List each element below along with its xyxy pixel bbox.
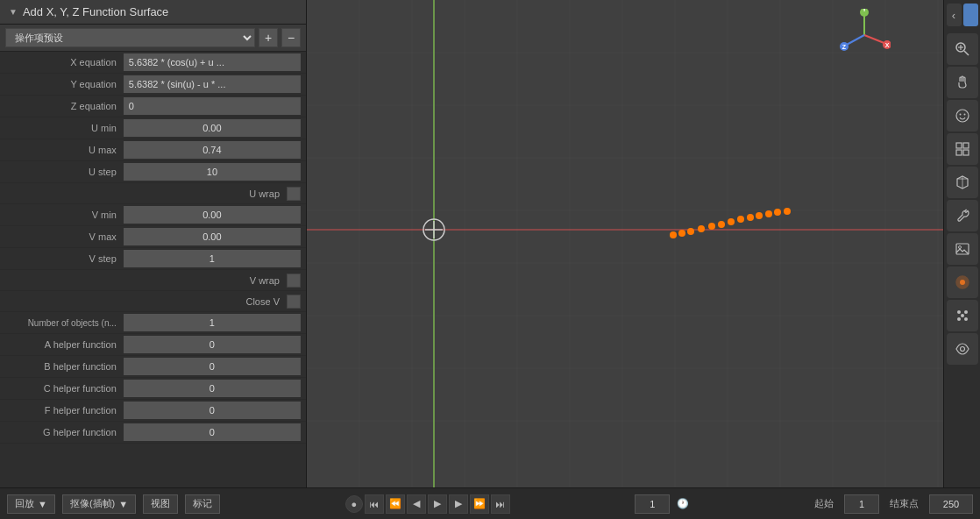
svg-rect-56: [963, 143, 969, 148]
svg-point-29: [698, 225, 705, 232]
render-icon[interactable]: [947, 100, 978, 132]
svg-rect-55: [956, 143, 962, 148]
left-panel: ▼ Add X, Y, Z Function Surface 操作项预设 + −…: [0, 0, 307, 487]
b-helper-value[interactable]: 0: [124, 358, 301, 375]
panel-collapse-arrow[interactable]: ▼: [9, 7, 18, 17]
svg-point-31: [718, 221, 725, 228]
svg-point-64: [960, 280, 965, 285]
u-max-value[interactable]: 0.74: [124, 141, 301, 159]
start-frame-input[interactable]: [844, 494, 879, 514]
v-max-value[interactable]: 0.00: [124, 228, 301, 245]
x-equation-value[interactable]: 5.6382 * (cos(u) + u ...: [124, 53, 301, 71]
close-v-label: Close V: [245, 296, 280, 307]
viewport[interactable]: Y X Z: [307, 0, 943, 487]
bottom-bar: 回放 ▼ 抠像(插帧) ▼ 视图 标记 ● ⏮ ⏪ ◀ ▶ ▶ ⏩ ⏭ 🕐 起始…: [0, 487, 980, 519]
preset-dropdown[interactable]: 操作项预设: [5, 28, 255, 47]
a-helper-value[interactable]: 0: [124, 336, 301, 353]
view-button[interactable]: 视图: [143, 494, 178, 514]
svg-text:Y: Y: [863, 9, 867, 12]
close-v-checkbox[interactable]: [287, 295, 301, 309]
viewport-grid: [307, 0, 943, 487]
keying-chevron: ▼: [118, 499, 128, 509]
preset-add-button[interactable]: +: [259, 28, 278, 47]
y-equation-label: Y equation: [5, 79, 124, 89]
close-v-row: Close V: [0, 291, 306, 312]
zoom-icon[interactable]: [947, 33, 978, 65]
u-wrap-checkbox[interactable]: [287, 187, 301, 201]
prev-keyframe-button[interactable]: ⏪: [386, 494, 405, 514]
num-objects-value[interactable]: 1: [124, 314, 301, 331]
g-helper-value[interactable]: 0: [124, 423, 301, 441]
z-equation-value[interactable]: 0: [124, 97, 301, 115]
right-sidebar: ‹: [943, 0, 980, 487]
u-min-value[interactable]: 0.00: [124, 119, 301, 137]
svg-line-49: [964, 51, 969, 55]
v-step-value[interactable]: 1: [124, 250, 301, 267]
view-label: 视图: [151, 497, 170, 510]
svg-rect-0: [307, 0, 943, 487]
svg-rect-58: [963, 150, 969, 155]
svg-point-70: [960, 347, 964, 352]
svg-point-37: [774, 209, 781, 216]
bottom-right-info: 起始 结束点: [814, 494, 973, 514]
u-min-row: U min 0.00: [0, 117, 306, 139]
step-back-button[interactable]: ◀: [407, 494, 426, 514]
g-helper-label: G helper function: [5, 427, 124, 437]
preset-remove-button[interactable]: −: [281, 28, 301, 47]
keying-label: 抠像(插帧): [70, 497, 115, 510]
grid-view-icon[interactable]: [947, 133, 978, 165]
frame-input[interactable]: [635, 494, 670, 514]
a-helper-label: A helper function: [5, 339, 124, 350]
u-max-label: U max: [5, 145, 124, 155]
y-equation-value[interactable]: 5.6382 * (sin(u) - u * ...: [124, 75, 301, 93]
sidebar-nav-curr-icon: [963, 4, 978, 26]
step-forward-button[interactable]: ▶: [449, 494, 468, 514]
f-helper-value[interactable]: 0: [124, 402, 301, 419]
v-step-label: V step: [5, 253, 124, 264]
end-frame-input[interactable]: [929, 494, 973, 514]
particles-properties-icon[interactable]: [947, 300, 978, 331]
svg-line-45: [845, 35, 864, 46]
v-min-value[interactable]: 0.00: [124, 206, 301, 224]
a-helper-row: A helper function 0: [0, 334, 306, 356]
v-max-label: V max: [5, 231, 124, 242]
f-helper-row: F helper function 0: [0, 400, 306, 422]
playback-chevron: ▼: [38, 499, 47, 509]
clock-icon: 🕐: [677, 498, 689, 509]
svg-point-26: [670, 231, 677, 238]
record-button[interactable]: ●: [345, 495, 363, 513]
svg-point-62: [958, 246, 961, 249]
svg-point-30: [708, 223, 715, 230]
sidebar-nav-prev-icon[interactable]: ‹: [947, 4, 962, 26]
material-properties-icon[interactable]: [947, 267, 978, 298]
c-helper-row: C helper function 0: [0, 378, 306, 400]
hand-tool-icon[interactable]: [947, 67, 978, 98]
v-wrap-checkbox[interactable]: [287, 274, 301, 288]
z-equation-row: Z equation 0: [0, 96, 306, 117]
render-properties-icon[interactable]: [947, 233, 978, 265]
marker-button[interactable]: 标记: [185, 494, 220, 514]
viewport-overlays-icon[interactable]: [947, 333, 978, 365]
y-equation-row: Y equation 5.6382 * (sin(u) - u * ...: [0, 74, 306, 96]
u-step-value[interactable]: 10: [124, 163, 301, 181]
x-equation-label: X equation: [5, 57, 124, 68]
b-helper-row: B helper function 0: [0, 356, 306, 378]
z-equation-label: Z equation: [5, 101, 124, 111]
next-keyframe-button[interactable]: ⏩: [470, 494, 489, 514]
modifier-properties-icon[interactable]: [947, 200, 978, 231]
svg-line-42: [864, 35, 886, 44]
svg-point-34: [747, 214, 754, 221]
svg-point-65: [957, 310, 961, 314]
play-button[interactable]: ▶: [428, 494, 447, 514]
u-wrap-label: U wrap: [249, 188, 280, 199]
playback-button[interactable]: 回放 ▼: [7, 494, 55, 514]
end-label: 结束点: [890, 497, 919, 510]
u-wrap-row: U wrap: [0, 183, 306, 204]
jump-start-button[interactable]: ⏮: [365, 494, 384, 514]
jump-end-button[interactable]: ⏭: [491, 494, 510, 514]
keying-button[interactable]: 抠像(插帧) ▼: [62, 494, 136, 514]
svg-point-54: [963, 114, 965, 116]
u-step-row: U step 10: [0, 161, 306, 183]
object-properties-icon[interactable]: [947, 167, 978, 198]
c-helper-value[interactable]: 0: [124, 380, 301, 397]
